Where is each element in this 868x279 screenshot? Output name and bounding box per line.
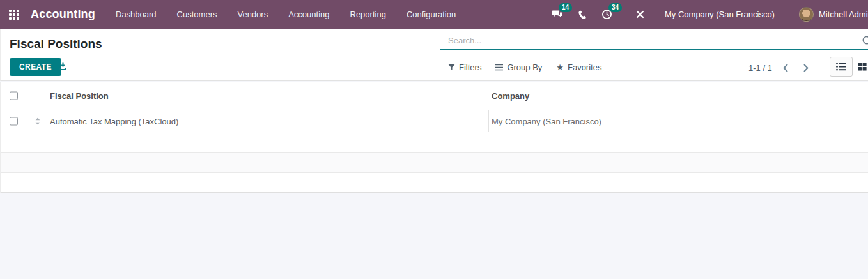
column-divider bbox=[47, 110, 47, 132]
search-icon[interactable] bbox=[862, 35, 868, 47]
cell-fiscal-position[interactable]: Automatic Tax Mapping (TaxCloud) bbox=[50, 116, 178, 126]
pager-next-button[interactable] bbox=[799, 63, 813, 73]
row-drag-handle-icon[interactable] bbox=[35, 117, 41, 124]
company-switcher[interactable]: My Company (San Francisco) bbox=[657, 10, 782, 19]
developer-tools-button[interactable] bbox=[628, 0, 652, 29]
create-button[interactable]: CREATE bbox=[10, 58, 61, 76]
group-by-dropdown[interactable]: Group By bbox=[495, 63, 542, 72]
search-box bbox=[440, 33, 868, 50]
user-avatar bbox=[799, 7, 814, 22]
calls-button[interactable] bbox=[570, 0, 594, 29]
list-view-button[interactable] bbox=[830, 57, 853, 77]
menu-configuration[interactable]: Configuration bbox=[396, 0, 466, 29]
empty-row bbox=[1, 132, 868, 153]
main-menu: Dashboard Customers Vendors Accounting R… bbox=[105, 0, 466, 29]
menu-vendors[interactable]: Vendors bbox=[227, 0, 278, 29]
crossed-tools-icon bbox=[635, 10, 645, 19]
pager-value[interactable]: 1-1 / 1 bbox=[748, 63, 772, 73]
pager-previous-button[interactable] bbox=[779, 63, 793, 73]
user-menu[interactable]: Mitchell Admin bbox=[799, 7, 868, 22]
export-download-icon[interactable] bbox=[58, 61, 68, 71]
pager: 1-1 / 1 bbox=[748, 58, 813, 77]
table-row[interactable]: Automatic Tax Mapping (TaxCloud) My Comp… bbox=[1, 110, 868, 132]
search-input[interactable] bbox=[440, 33, 824, 48]
apps-menu-icon[interactable] bbox=[9, 10, 19, 20]
funnel-icon bbox=[448, 64, 455, 71]
table-header-row: Fiscal Position Company bbox=[1, 82, 868, 110]
group-by-label: Group By bbox=[507, 63, 542, 72]
empty-row bbox=[1, 173, 868, 193]
favorites-dropdown[interactable]: ★ Favorites bbox=[556, 63, 601, 72]
messages-button[interactable]: 14 bbox=[545, 0, 570, 29]
top-navbar: Accounting Dashboard Customers Vendors A… bbox=[0, 0, 868, 29]
activities-button[interactable]: 34 bbox=[594, 0, 619, 29]
star-icon: ★ bbox=[556, 63, 564, 72]
stacked-lines-icon bbox=[495, 64, 503, 71]
favorites-label: Favorites bbox=[568, 63, 601, 72]
column-header-company[interactable]: Company bbox=[492, 91, 529, 101]
menu-customers[interactable]: Customers bbox=[167, 0, 228, 29]
app-title[interactable]: Accounting bbox=[31, 8, 95, 21]
column-divider bbox=[488, 110, 489, 132]
search-options: Filters Group By ★ Favorites bbox=[448, 58, 601, 76]
systray: 14 34 My Compan bbox=[545, 0, 868, 29]
fiscal-positions-list: Fiscal Position Company Automatic Tax Ma… bbox=[0, 82, 868, 193]
phone-icon bbox=[577, 10, 587, 20]
row-checkbox[interactable] bbox=[10, 117, 18, 125]
activities-badge: 34 bbox=[608, 3, 622, 12]
filters-label: Filters bbox=[459, 63, 481, 72]
user-name: Mitchell Admin bbox=[819, 10, 868, 19]
cell-company[interactable]: My Company (San Francisco) bbox=[492, 116, 601, 126]
page-title: Fiscal Positions bbox=[10, 37, 102, 51]
menu-reporting[interactable]: Reporting bbox=[340, 0, 396, 29]
empty-row bbox=[1, 153, 868, 173]
menu-accounting[interactable]: Accounting bbox=[278, 0, 339, 29]
column-header-fiscal-position[interactable]: Fiscal Position bbox=[50, 91, 109, 101]
kanban-view-icon bbox=[858, 63, 867, 71]
view-switcher bbox=[830, 57, 868, 77]
list-view-icon bbox=[836, 63, 846, 71]
control-panel: Fiscal Positions CREATE Filters bbox=[0, 29, 868, 81]
menu-dashboard[interactable]: Dashboard bbox=[105, 0, 167, 29]
select-all-checkbox[interactable] bbox=[10, 92, 18, 100]
kanban-view-button[interactable] bbox=[853, 57, 868, 77]
filters-dropdown[interactable]: Filters bbox=[448, 63, 481, 72]
